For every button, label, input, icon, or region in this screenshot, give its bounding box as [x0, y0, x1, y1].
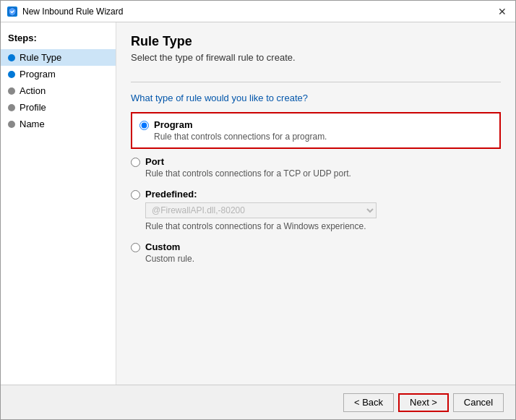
sidebar-item-name[interactable]: Name — [1, 116, 116, 132]
footer: < Back Next > Cancel — [1, 385, 515, 419]
cancel-button[interactable]: Cancel — [453, 393, 504, 412]
close-button[interactable]: ✕ — [495, 4, 509, 19]
sidebar-steps-label: Steps: — [1, 30, 116, 49]
back-button[interactable]: < Back — [343, 393, 394, 412]
port-radio[interactable] — [131, 158, 140, 167]
port-desc: Rule that controls connections for a TCP… — [145, 168, 501, 179]
sidebar-item-label-name: Name — [20, 119, 45, 129]
page-header: Rule Type Select the type of firewall ru… — [131, 34, 501, 82]
sidebar-item-label-profile: Profile — [20, 102, 46, 113]
sidebar-item-rule-type[interactable]: Rule Type — [1, 49, 116, 66]
sidebar-item-label-rule-type: Rule Type — [20, 52, 61, 63]
sidebar-item-label-program: Program — [20, 69, 56, 80]
predefined-select-container: @FirewallAPI.dll,-80200 — [145, 202, 501, 218]
sidebar-item-program[interactable]: Program — [1, 66, 116, 82]
question-text: What type of rule would you like to crea… — [131, 93, 501, 103]
predefined-option-group: Predefined: @FirewallAPI.dll,-80200 Rule… — [131, 189, 501, 231]
custom-radio[interactable] — [131, 243, 140, 252]
wizard-window: New Inbound Rule Wizard ✕ Steps: Rule Ty… — [0, 0, 516, 420]
sidebar-item-action[interactable]: Action — [1, 82, 116, 99]
main-panel: Rule Type Select the type of firewall ru… — [116, 22, 515, 385]
content-area: Steps: Rule Type Program Action Profile … — [1, 22, 515, 385]
step-dot-program — [8, 71, 15, 78]
window-icon — [7, 6, 18, 17]
page-title: Rule Type — [131, 34, 501, 49]
custom-desc: Custom rule. — [145, 254, 501, 264]
options-area: Program Rule that controls connections f… — [131, 112, 501, 377]
predefined-label: Predefined: — [145, 189, 197, 200]
program-option-box: Program Rule that controls connections f… — [131, 112, 501, 149]
step-dot-action — [8, 87, 15, 95]
program-label: Program — [154, 119, 192, 130]
sidebar-item-profile[interactable]: Profile — [1, 99, 116, 116]
custom-option-group: Custom Custom rule. — [131, 241, 501, 264]
predefined-desc: Rule that controls connections for a Win… — [145, 221, 501, 231]
step-dot-profile — [8, 104, 15, 111]
step-dot-name — [8, 121, 15, 128]
sidebar: Steps: Rule Type Program Action Profile … — [1, 22, 116, 385]
page-subtext: Select the type of firewall rule to crea… — [131, 52, 501, 63]
predefined-option-row: Predefined: — [131, 189, 501, 200]
program-radio[interactable] — [139, 121, 149, 130]
next-button[interactable]: Next > — [398, 393, 449, 412]
program-option-row: Program — [139, 119, 492, 130]
custom-label: Custom — [145, 241, 180, 252]
port-option-group: Port Rule that controls connections for … — [131, 156, 501, 179]
predefined-dropdown[interactable]: @FirewallAPI.dll,-80200 — [145, 202, 377, 218]
title-bar: New Inbound Rule Wizard ✕ — [1, 1, 515, 22]
port-label: Port — [145, 156, 164, 167]
program-desc: Rule that controls connections for a pro… — [154, 132, 492, 142]
predefined-radio[interactable] — [131, 190, 140, 200]
port-option-row: Port — [131, 156, 501, 167]
sidebar-item-label-action: Action — [20, 85, 46, 96]
custom-option-row: Custom — [131, 241, 501, 252]
title-bar-text: New Inbound Rule Wizard — [22, 7, 495, 17]
step-dot-rule-type — [8, 54, 15, 61]
